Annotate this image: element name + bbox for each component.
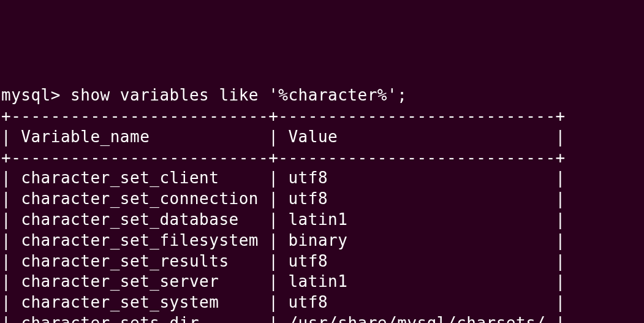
cell-val: latin1 <box>288 210 545 229</box>
table-border-mid: +--------------------------+------------… <box>1 148 566 167</box>
cell-val: utf8 <box>288 252 545 270</box>
table-row: | character_set_connection | utf8 | <box>1 189 566 208</box>
cell-var: character_set_client <box>21 169 259 187</box>
cell-var: character_set_system <box>21 293 259 311</box>
cell-var: character_set_filesystem <box>21 231 259 249</box>
cell-val: binary <box>288 231 545 249</box>
header-col1: Variable_name <box>21 127 259 146</box>
cell-var: character_set_connection <box>21 189 259 208</box>
table-row: | character_set_server | latin1 | <box>1 272 566 291</box>
table-row: | character_set_results | utf8 | <box>1 252 566 270</box>
table-row: | character_set_client | utf8 | <box>1 169 566 187</box>
cell-var: character_set_database <box>21 210 259 229</box>
header-col2: Value <box>288 127 545 146</box>
table-row: | character_set_system | utf8 | <box>1 293 566 311</box>
cell-var: character_sets_dir <box>21 314 259 323</box>
table-row: | character_sets_dir | /usr/share/mysql/… <box>1 314 566 323</box>
cell-var: character_set_results <box>21 252 259 270</box>
mysql-prompt: mysql> <box>1 86 61 104</box>
cell-val: latin1 <box>288 272 545 291</box>
cell-val: utf8 <box>288 169 545 187</box>
table-row: | character_set_filesystem | binary | <box>1 231 566 249</box>
cell-val: utf8 <box>288 293 545 311</box>
terminal-output: mysql> show variables like '%character%'… <box>1 85 643 323</box>
sql-command: show variables like '%character%'; <box>70 86 407 104</box>
table-row: | character_set_database | latin1 | <box>1 210 566 229</box>
cell-var: character_set_server <box>21 272 259 291</box>
cell-val: utf8 <box>288 189 545 208</box>
table-header-row: | Variable_name | Value | <box>1 127 566 146</box>
cell-val: /usr/share/mysql/charsets/ <box>288 314 545 323</box>
table-border-top: +--------------------------+------------… <box>1 107 566 125</box>
